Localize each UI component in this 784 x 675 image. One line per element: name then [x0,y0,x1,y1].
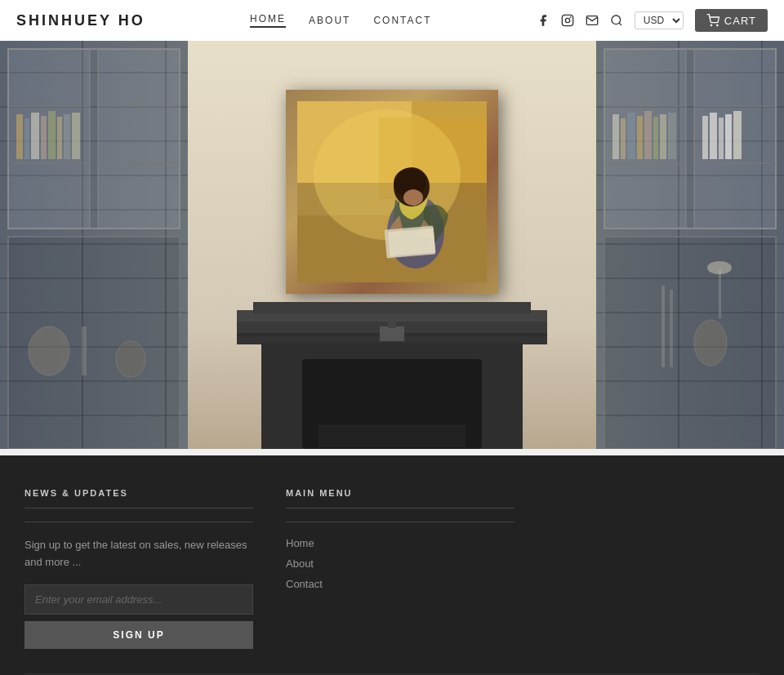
svg-rect-9 [98,49,180,229]
svg-line-4 [619,23,621,25]
svg-point-2 [570,17,571,18]
footer-nav-home[interactable]: Home [286,537,514,549]
news-section: NEWS & UPDATES Sign up to get the latest… [24,488,253,649]
frame-outer [286,90,498,294]
header-icons: USD CART [537,9,768,32]
svg-rect-42 [710,113,717,159]
search-icon[interactable] [610,14,623,27]
svg-rect-41 [702,116,708,159]
svg-rect-44 [725,114,732,159]
facebook-icon[interactable] [537,14,550,27]
svg-rect-36 [637,116,643,159]
svg-rect-19 [57,117,62,159]
svg-rect-34 [621,118,626,159]
bookcase-right-detail [596,41,784,449]
bookcase-right [596,41,784,449]
signup-button[interactable]: SIGN UP [24,621,253,649]
svg-rect-46 [604,237,776,449]
svg-rect-33 [612,114,619,159]
main-menu-title: MAIN MENU [286,488,514,508]
svg-point-3 [612,16,621,24]
svg-rect-39 [660,114,666,159]
main-nav: HOME ABOUT CONTACT [250,13,431,28]
nav-home[interactable]: HOME [250,13,286,28]
nav-contact[interactable]: CONTACT [373,15,431,26]
site-footer: NEWS & UPDATES Sign up to get the latest… [0,455,784,675]
painting-artwork [297,101,487,282]
svg-point-6 [717,24,718,25]
svg-rect-15 [24,118,29,159]
svg-point-23 [29,326,69,375]
footer-content: NEWS & UPDATES Sign up to get the latest… [24,488,760,649]
svg-rect-43 [719,118,724,159]
svg-rect-70 [318,424,466,447]
svg-point-1 [565,18,569,22]
svg-rect-20 [64,114,70,159]
svg-rect-14 [16,114,23,159]
painting-frame [286,90,498,294]
painting-canvas [297,101,487,282]
svg-point-60 [403,189,423,206]
bookcase-left-detail [0,41,188,449]
svg-rect-62 [388,228,435,256]
currency-select[interactable]: USD [635,11,684,29]
svg-rect-37 [644,111,652,159]
svg-rect-48 [670,290,673,367]
svg-rect-40 [668,113,676,159]
cart-icon [706,14,719,27]
news-section-title: NEWS & UPDATES [24,488,253,508]
nav-about[interactable]: ABOUT [309,15,350,26]
cart-button[interactable]: CART [695,9,768,32]
svg-point-25 [116,341,145,377]
section-divider [0,449,784,455]
svg-rect-17 [41,116,47,159]
svg-rect-21 [72,113,80,159]
site-header: SHINHUEY HO HOME ABOUT CONTACT [0,0,784,41]
email-icon[interactable] [586,14,599,27]
svg-rect-47 [662,286,665,367]
email-input[interactable] [24,584,253,615]
svg-rect-72 [388,320,396,328]
svg-rect-50 [719,269,721,318]
svg-rect-38 [653,117,658,159]
main-menu-section: MAIN MENU Home About Contact [286,488,514,649]
svg-rect-0 [562,15,572,25]
menu-divider [286,522,514,522]
footer-nav-about[interactable]: About [286,557,514,570]
svg-point-49 [694,320,727,366]
site-logo: SHINHUEY HO [16,12,145,29]
fireplace [237,286,547,449]
hero-section [0,41,784,449]
svg-rect-68 [253,302,531,313]
svg-rect-35 [627,113,635,159]
svg-point-51 [707,261,732,274]
news-divider [24,522,253,522]
cart-label: CART [724,15,756,27]
svg-rect-18 [48,111,56,159]
news-description: Sign up to get the latest on sales, new … [24,537,253,571]
footer-nav-contact[interactable]: Contact [286,578,514,590]
svg-rect-71 [380,326,404,341]
bookcase-left [0,41,188,449]
svg-rect-24 [82,326,87,375]
svg-point-5 [710,24,711,25]
svg-rect-16 [31,113,39,159]
fireplace-svg [237,286,547,449]
svg-rect-45 [733,111,742,159]
instagram-icon[interactable] [561,14,574,27]
